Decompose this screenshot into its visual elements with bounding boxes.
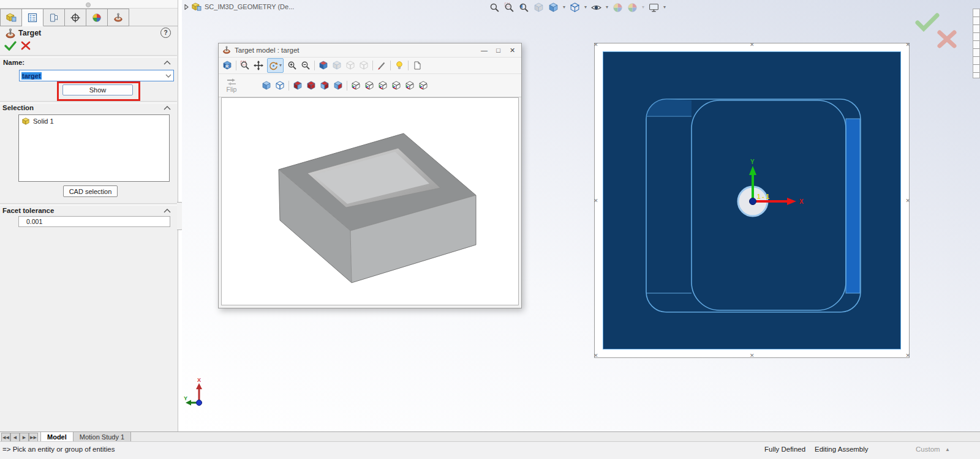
target-name-value[interactable]: target — [21, 72, 42, 80]
view-orientation-icon[interactable] — [548, 2, 559, 13]
help-icon[interactable]: ? — [160, 28, 171, 38]
selection-handle[interactable]: ✕ — [905, 198, 910, 204]
left-view-icon[interactable] — [320, 81, 330, 91]
flip-button[interactable]: Flip — [222, 78, 241, 93]
dropdown-caret-icon[interactable]: ▾ — [663, 1, 666, 13]
target-model-window[interactable]: Target model : target — □ ✕ R ▾ — [218, 43, 522, 308]
toolbar-separator — [390, 61, 391, 70]
tab-motion-study[interactable]: Motion Study 1 — [74, 432, 131, 442]
view-cube-a-icon[interactable] — [332, 61, 342, 70]
dropdown-caret-icon[interactable]: ▾ — [563, 1, 565, 13]
measure-probe-icon[interactable] — [377, 61, 386, 70]
accept-icon[interactable] — [4, 40, 17, 51]
selection-handle[interactable]: ✕ — [594, 198, 598, 204]
dropdown-caret-icon[interactable]: ▾ — [279, 59, 282, 72]
iso-view-icon-5[interactable] — [405, 81, 415, 91]
list-item[interactable]: Solid 1 — [19, 115, 169, 127]
iso-view-icon-4[interactable] — [391, 81, 401, 91]
lighting-icon[interactable] — [394, 61, 404, 70]
origin-label: 1 - 1 — [757, 193, 769, 200]
selected-body-top-view[interactable]: Y X 1 - 1 — [603, 51, 901, 349]
minimize-button[interactable]: — — [479, 45, 489, 56]
body-selection-box[interactable]: ✕ ✕ ✕ ✕ ✕ ✕ ✕ ✕ — [594, 43, 910, 358]
config-selector[interactable]: Custom — [916, 446, 940, 453]
shaded-view-icon[interactable] — [262, 81, 271, 91]
selection-handle[interactable]: ✕ — [750, 42, 755, 48]
pan-icon[interactable] — [254, 61, 263, 70]
selection-handle[interactable]: ✕ — [594, 42, 598, 48]
dropdown-caret-icon[interactable]: ▾ — [584, 1, 587, 13]
window-view-toolbar: Flip — [219, 74, 521, 97]
cancel-icon[interactable] — [21, 41, 31, 50]
view-cube-b-icon[interactable] — [345, 61, 355, 70]
wireframe-view-icon[interactable] — [275, 81, 285, 91]
rotate-icon[interactable] — [269, 61, 278, 70]
iso-view-icon-1[interactable] — [351, 81, 361, 91]
zoom-to-area-icon[interactable] — [240, 61, 250, 70]
window-title-bar[interactable]: Target model : target — □ ✕ — [219, 43, 521, 58]
panel-splitter-top[interactable] — [0, 0, 178, 9]
zoom-to-fit-icon[interactable] — [489, 2, 500, 13]
triad-x-label: X — [197, 377, 201, 383]
editing-mode-label: Editing Assembly — [815, 446, 869, 453]
tab-dimxpert-manager[interactable] — [65, 9, 86, 26]
dropdown-caret-icon[interactable]: ▾ — [606, 1, 608, 13]
selection-handle[interactable]: ✕ — [594, 353, 598, 359]
view-settings-icon[interactable] — [649, 2, 659, 13]
combo-dropdown-icon[interactable] — [165, 74, 172, 78]
target-model-canvas[interactable] — [221, 97, 519, 305]
previous-view-icon[interactable] — [519, 2, 529, 13]
display-style-icon[interactable] — [570, 2, 580, 13]
confirm-cancel-icon[interactable] — [937, 29, 957, 49]
dropdown-caret-icon[interactable]: ▾ — [642, 1, 644, 13]
edit-appearance-icon[interactable] — [612, 2, 623, 13]
tab-property-manager[interactable] — [22, 9, 43, 26]
tab-simulation-target[interactable] — [108, 9, 129, 26]
section-view-icon[interactable] — [318, 61, 328, 70]
iso-view-icon-2[interactable] — [364, 81, 374, 91]
front-view-icon[interactable] — [293, 81, 303, 91]
config-caret-icon[interactable]: ▲ — [945, 447, 950, 452]
view-cube-c-icon[interactable] — [359, 61, 369, 70]
zoom-in-icon[interactable] — [287, 61, 297, 70]
close-button[interactable]: ✕ — [507, 45, 518, 56]
facet-tolerance-input[interactable] — [18, 216, 170, 227]
panel-tab-bar — [0, 9, 178, 26]
selection-handle[interactable]: ✕ — [750, 353, 755, 359]
toolbar-separator — [408, 61, 409, 70]
hide-show-items-icon[interactable] — [591, 2, 601, 13]
tab-model[interactable]: Model — [40, 432, 74, 442]
graphics-viewport[interactable]: SC_IM3D_GEOMETRY (De... ▾ ▾ ▾ ▾ ▾ Target… — [182, 0, 980, 431]
target-window-icon — [222, 46, 231, 54]
collapse-chevron-icon[interactable] — [164, 106, 171, 111]
zoom-to-area-icon[interactable] — [504, 2, 514, 13]
apply-scene-icon[interactable] — [627, 2, 638, 13]
selection-handle[interactable]: ✕ — [905, 42, 910, 48]
selection-listbox[interactable]: Solid 1 — [18, 114, 170, 182]
back-view-icon[interactable] — [306, 81, 316, 91]
reset-view-icon[interactable]: R — [222, 61, 232, 70]
rotate-tool-selected[interactable]: ▾ — [267, 58, 284, 73]
section-view-icon[interactable] — [533, 2, 544, 13]
toolbar-separator — [372, 61, 373, 70]
iso-view-icon-3[interactable] — [378, 81, 388, 91]
defined-state-label: Fully Defined — [764, 446, 805, 453]
mini-scrollbar[interactable] — [973, 9, 980, 78]
feature-tree-root-label[interactable]: SC_IM3D_GEOMETRY (De... — [205, 3, 294, 10]
maximize-button[interactable]: □ — [493, 45, 503, 56]
zoom-out-icon[interactable] — [301, 61, 311, 70]
target-name-combobox[interactable]: target — [19, 70, 174, 81]
show-button[interactable]: Show — [62, 84, 133, 95]
collapse-chevron-icon[interactable] — [164, 61, 171, 65]
collapse-chevron-icon[interactable] — [164, 209, 171, 214]
tab-configuration-manager[interactable] — [43, 9, 65, 26]
iso-view-icon-6[interactable] — [418, 81, 428, 91]
feature-tree-root[interactable]: SC_IM3D_GEOMETRY (De... — [184, 2, 294, 12]
expand-arrow-icon[interactable] — [184, 4, 189, 10]
tab-feature-manager[interactable] — [0, 9, 22, 26]
right-view-icon[interactable] — [333, 81, 343, 91]
tab-display-manager[interactable] — [86, 9, 108, 26]
selection-handle[interactable]: ✕ — [905, 353, 910, 359]
copy-image-icon[interactable] — [412, 61, 422, 70]
cad-selection-button[interactable]: CAD selection — [63, 185, 118, 197]
